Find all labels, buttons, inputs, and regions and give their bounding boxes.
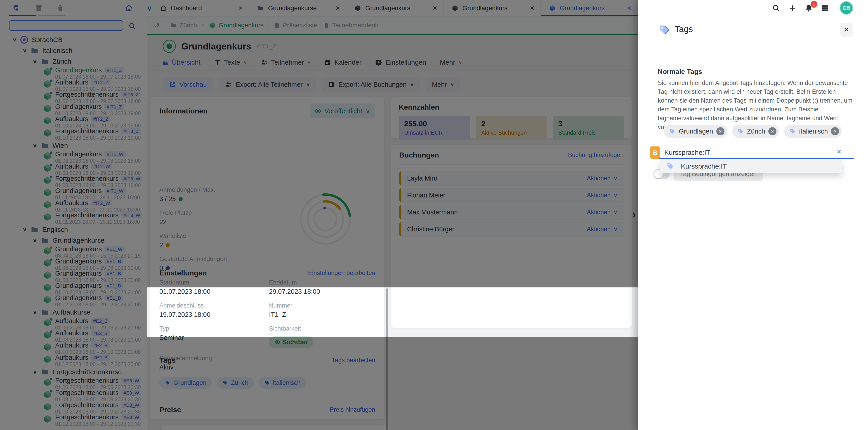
export-buchungen-button[interactable]: Export: Alle Buchungen∨ — [322, 77, 420, 92]
add-icon[interactable] — [787, 3, 798, 13]
tree-course-item[interactable]: Aufbaukurs#E2_B01.06.2023 18:00 - 29.06.… — [0, 318, 147, 330]
tree-course-item[interactable]: Fortgeschrittenenkurs#IT3_W01.11.2023 18… — [0, 212, 147, 224]
window-tab-grundlagenkurs[interactable]: Grundlagenkurs✕ — [541, 0, 638, 16]
sidebar-search-input[interactable] — [9, 20, 123, 31]
tree-course-item[interactable]: Aufbaukurs#IT2_W01.08.2023 18:00 - 29.08… — [0, 163, 147, 175]
tree-course-item[interactable]: Aufbaukurs#IT2_W01.11.2023 18:00 - 29.11… — [0, 200, 147, 212]
home-icon[interactable] — [124, 3, 134, 13]
tree-course-item[interactable]: Fortgeschrittenenkurs#IT3_Z01.07.2023 18… — [0, 91, 147, 103]
tree-course-item[interactable]: Fortgeschrittenenkurs#E3_W01.08.2023 18:… — [0, 390, 147, 402]
tree-course-item[interactable]: Fortgeschrittenenkurs#IT3_W01.08.2023 18… — [0, 175, 147, 188]
booking-row[interactable]: Max MustermannAktionen∨ — [399, 205, 624, 219]
tree-course-item[interactable]: Grundlagenkurs#IT1_W01.11.2023 18:00 - 2… — [0, 188, 147, 200]
tree-course-item[interactable]: Fortgeschrittenenkurs#IT3_Z01.10.2023 18… — [0, 128, 147, 140]
export-teilnehmer-button[interactable]: Export: Alle Teilnehmer∨ — [219, 77, 316, 92]
booking-actions-button[interactable]: Aktionen∨ — [587, 175, 618, 182]
chevron-down-icon[interactable]: ∨ — [147, 0, 152, 16]
page-tab-übersicht[interactable]: Übersicht — [162, 59, 200, 66]
trash-icon[interactable] — [55, 3, 65, 13]
search-icon[interactable] — [771, 3, 781, 13]
tree-org-item[interactable]: ∨SprachCB — [0, 34, 147, 45]
tree-course-item[interactable]: Grundlagenkurs#E1_B01.06.2023 18:00 - 29… — [0, 258, 147, 270]
history-icon[interactable]: ↺ — [154, 21, 160, 30]
tree-course-item[interactable]: Aufbaukurs#IT2_Z01.07.2023 18:00 - 29.07… — [0, 79, 147, 91]
tree-folder-item[interactable]: ∨Englisch — [0, 224, 147, 235]
close-icon[interactable]: ✕ — [335, 5, 340, 12]
settings-edit-link[interactable]: Einstellungen bearbeiten — [308, 270, 375, 276]
breadcrumb-doc-teilnehmendenliste[interactable]: Teilnehmendenli… — [322, 22, 389, 29]
archive-icon[interactable] — [34, 3, 44, 13]
course-cube-icon — [43, 283, 52, 292]
tree-folder-item[interactable]: ∨Italienisch — [0, 45, 147, 56]
clear-input-icon[interactable]: ✕ — [836, 148, 842, 156]
remove-tag-icon[interactable]: ✕ — [768, 127, 776, 135]
tree-course-item[interactable]: Aufbaukurs#IT2_Z01.10.2023 18:00 - 29.10… — [0, 116, 147, 128]
tree-label: Zürich — [53, 58, 71, 65]
tag-chip[interactable]: Zürich — [217, 377, 254, 389]
content-scrollbar[interactable] — [386, 288, 388, 430]
window-tab-grundlagenkurs[interactable]: Grundlagenkurs✕ — [346, 0, 443, 16]
kennzahlen-card: Kennzahlen 255.00Umsatz in EUR2Aktive Bu… — [391, 97, 632, 138]
close-icon[interactable]: ✕ — [432, 5, 437, 12]
booking-row[interactable]: Christine BürgerAktionen∨ — [399, 222, 624, 236]
breadcrumb-doc-praesenzliste[interactable]: Präsenzliste — [269, 22, 322, 29]
tree-folder-item[interactable]: ∨Fortgeschrittenenkurse — [0, 366, 147, 377]
tree-folder-item[interactable]: ∨Aufbaukurse — [0, 307, 147, 318]
tag-input[interactable]: Kurssprache:IT — [664, 148, 711, 156]
tree-folder-item[interactable]: ∨Grundlagenkurse — [0, 235, 147, 246]
tag-chip[interactable]: italienisch — [259, 377, 306, 389]
tree-folder-item[interactable]: ∨Wien — [0, 140, 147, 151]
tree-course-item[interactable]: Fortgeschrittenenkurs#E3_W01.06.2023 18:… — [0, 377, 147, 390]
mehr-button[interactable]: Mehr∨ — [426, 77, 460, 92]
tree-course-item[interactable]: Aufbaukurs#E2_B01.12.2023 18:00 - 29.12.… — [0, 354, 147, 366]
avatar[interactable]: CB — [839, 1, 853, 15]
vorschau-button[interactable]: Vorschau — [163, 77, 213, 92]
tree-course-item[interactable]: Fortgeschrittenenkurs#E3_W01.12.2023 18:… — [0, 414, 147, 426]
tree-course-item[interactable]: Grundlagenkurs#E1_B01.12.2023 18:00 - 29… — [0, 295, 147, 307]
page-tab-texte[interactable]: Texte∨ — [214, 59, 247, 66]
close-icon[interactable]: ✕ — [530, 5, 535, 12]
booking-row[interactable]: Layla MiroAktionen∨ — [399, 171, 624, 185]
preis-add-link[interactable]: Preis hinzufügen — [330, 406, 375, 413]
booking-actions-button[interactable]: Aktionen∨ — [587, 192, 618, 199]
remove-tag-icon[interactable]: ✕ — [716, 127, 724, 135]
tree-course-item[interactable]: Fortgeschrittenenkurs#E3_W01.10.2023 18:… — [0, 402, 147, 414]
tree-course-item[interactable]: Grundlagenkurs#IT1_Z01.07.2023 18:00 - 2… — [0, 67, 147, 79]
tree-course-item[interactable]: Grundlagenkurs#E1_W03.04.2023 18:00 - 15… — [0, 246, 147, 258]
booking-actions-button[interactable]: Aktionen∨ — [587, 226, 618, 233]
tags-description: Sie können hier dem Angebot Tags hinzufü… — [658, 79, 852, 132]
info-field: Anmeldungen / Max.3 / 25 — [159, 187, 227, 203]
close-icon[interactable]: ✕ — [238, 5, 243, 12]
tree-folder-item[interactable]: ∨Zürich — [0, 56, 147, 67]
close-icon[interactable]: ✕ — [840, 23, 853, 37]
remove-tag-icon[interactable]: ✕ — [831, 127, 839, 135]
page-tab-kalender[interactable]: Kalender — [324, 59, 362, 66]
tag-suggestion-item[interactable]: Kurssprache:IT — [660, 160, 842, 173]
booking-row[interactable]: Florian MeierAktionen∨ — [399, 188, 624, 202]
buchung-add-link[interactable]: Buchung hinzufügen — [568, 152, 624, 159]
booking-actions-button[interactable]: Aktionen∨ — [587, 208, 618, 216]
tree-course-item[interactable]: Aufbaukurs#E2_B01.08.2023 18:00 - 29.08.… — [0, 330, 147, 342]
tree-course-item[interactable]: Grundlagenkurs#IT1_Z01.10.2023 18:00 - 2… — [0, 103, 147, 116]
input-focus-underline — [659, 158, 854, 159]
breadcrumb-folder[interactable]: Zürich — [165, 22, 202, 29]
close-icon[interactable]: ✕ — [627, 5, 632, 12]
tags-edit-link[interactable]: Tags bearbeiten — [332, 357, 375, 364]
breadcrumb-course[interactable]: Grundlagenkurs — [204, 22, 269, 29]
tree-course-item[interactable]: Grundlagenkurs#E1_B01.10.2023 18:00 - 29… — [0, 283, 147, 295]
search-icon[interactable] — [128, 22, 136, 30]
publish-status-button[interactable]: Veröffentlicht∨ — [310, 103, 375, 119]
window-tab-dashboard[interactable]: Dashboard✕ — [152, 0, 249, 16]
apps-icon[interactable] — [820, 3, 830, 13]
tree-course-item[interactable]: Aufbaukurs#E2_B01.10.2023 18:00 - 29.10.… — [0, 342, 147, 354]
page-tab-teilnehmer[interactable]: Teilnehmer∨ — [260, 59, 311, 66]
window-tab-grundlagenkurse[interactable]: Grundlagenkurse✕ — [249, 0, 346, 16]
tree-icon[interactable] — [11, 3, 21, 13]
tree-course-item[interactable]: Grundlagenkurs#E1_B01.08.2023 18:00 - 29… — [0, 270, 147, 283]
panel-collapse-handle[interactable]: › — [632, 207, 636, 221]
tag-chip[interactable]: Grundlagen — [159, 377, 212, 389]
window-tab-grundlagenkurs[interactable]: Grundlagenkurs✕ — [443, 0, 541, 16]
tree-course-item[interactable]: Grundlagenkurs#IT1_W01.08.2023 18:00 - 2… — [0, 151, 147, 163]
page-tab-mehr[interactable]: Mehr∨ — [440, 59, 462, 66]
page-tab-einstellungen[interactable]: Einstellungen — [375, 59, 426, 66]
